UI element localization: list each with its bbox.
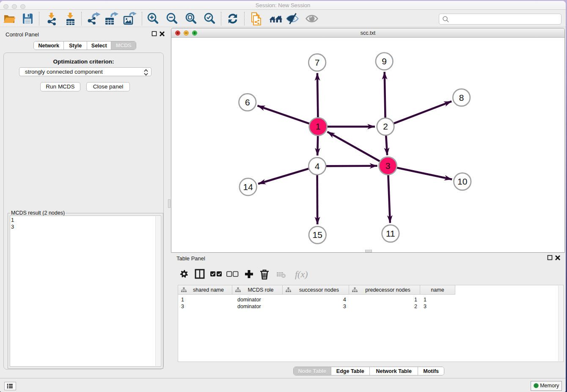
svg-text:15: 15 — [313, 230, 322, 240]
svg-text:1: 1 — [316, 121, 321, 131]
svg-text:2: 2 — [383, 121, 388, 131]
svg-text:8: 8 — [459, 93, 464, 102]
svg-text:10: 10 — [457, 177, 467, 186]
svg-text:4: 4 — [315, 161, 320, 171]
svg-text:6: 6 — [245, 97, 250, 107]
svg-text:3: 3 — [385, 161, 391, 171]
svg-text:7: 7 — [315, 58, 320, 67]
svg-text:9: 9 — [382, 56, 387, 66]
svg-text:14: 14 — [243, 182, 253, 192]
svg-text:11: 11 — [386, 229, 395, 238]
svg-text:f(x): f(x) — [295, 269, 308, 279]
